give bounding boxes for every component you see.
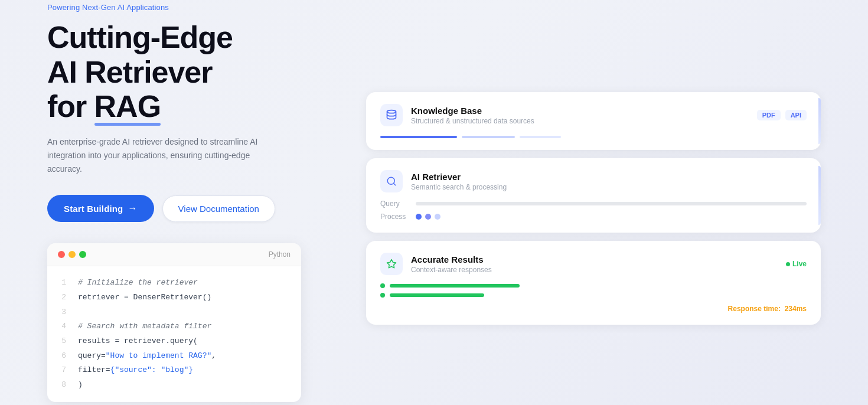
process-label: Process (380, 213, 410, 221)
dot-red (58, 251, 65, 258)
svg-line-2 (393, 183, 395, 185)
ar-card-header: AI Retriever Semantic search & processin… (380, 170, 807, 192)
headline-line3: for RAG (47, 89, 319, 123)
result-bar-2 (390, 293, 484, 297)
progress-bar-1 (380, 136, 457, 138)
knowledge-base-card: Knowledge Base Structured & unstructured… (366, 92, 821, 150)
acc-card-header: Accurate Results Context-aware responses… (380, 253, 807, 275)
code-header: Python (47, 243, 301, 266)
response-time: Response time: 234ms (380, 305, 807, 313)
code-line: 5 results = retriever.query( (58, 334, 291, 349)
code-line: 2 retriever = DenserRetriever() (58, 290, 291, 305)
progress-bar-2 (462, 136, 515, 138)
kb-subtitle: Structured & unstructured data sources (411, 117, 749, 125)
star-icon (380, 253, 403, 275)
acc-title: Accurate Results (411, 254, 778, 264)
badge-pdf: PDF (757, 110, 781, 120)
result-dot-1 (380, 283, 385, 288)
ar-title-group: AI Retriever Semantic search & processin… (411, 172, 807, 191)
progress-bar-3 (520, 136, 561, 138)
code-line: 1 # Initialize the retriever (58, 276, 291, 290)
kb-progress-bars (380, 136, 807, 138)
view-documentation-button[interactable]: View Documentation (162, 195, 275, 222)
right-section: Knowledge Base Structured & unstructured… (366, 80, 821, 325)
result-bars (380, 283, 807, 298)
code-line: 3 (58, 305, 291, 320)
rag-word: RAG (94, 89, 161, 123)
headline: Cutting-Edge AI Retriever for RAG (47, 20, 319, 123)
acc-subtitle: Context-aware responses (411, 266, 778, 274)
proc-dot-1 (416, 214, 422, 220)
response-value: 234ms (785, 305, 807, 313)
start-building-button[interactable]: Start Building → (47, 195, 154, 222)
ar-title: AI Retriever (411, 172, 807, 182)
kb-badge-group: PDF API (757, 110, 807, 120)
code-line: 4 # Search with metadata filter (58, 319, 291, 334)
code-body: 1 # Initialize the retriever 2 retriever… (47, 266, 301, 402)
result-bar-1 (390, 284, 520, 288)
code-card: Python 1 # Initialize the retriever 2 re… (47, 243, 301, 402)
headline-line1: Cutting-Edge (47, 20, 319, 54)
live-label: Live (792, 260, 807, 268)
button-row: Start Building → View Documentation (47, 195, 319, 222)
headline-for: for (47, 89, 94, 123)
dot-green (79, 251, 86, 258)
badge-api: API (785, 110, 807, 120)
accurate-results-card: Accurate Results Context-aware responses… (366, 241, 821, 325)
proc-dot-2 (425, 214, 431, 220)
svg-point-0 (387, 110, 396, 113)
kb-right-border (818, 98, 821, 144)
result-bar-row-1 (380, 283, 807, 288)
ar-subtitle: Semantic search & processing (411, 183, 807, 191)
acc-title-group: Accurate Results Context-aware responses (411, 254, 778, 274)
kb-card-header: Knowledge Base Structured & unstructured… (380, 104, 807, 126)
query-label: Query (380, 200, 410, 208)
ai-retriever-card: AI Retriever Semantic search & processin… (366, 158, 821, 233)
result-bar-row-2 (380, 293, 807, 298)
description: An enterprise-grade AI retriever designe… (47, 135, 278, 176)
kb-title-group: Knowledge Base Structured & unstructured… (411, 106, 749, 125)
code-line: 7 filter={"source": "blog"} (58, 363, 291, 378)
code-dots (58, 251, 86, 258)
ar-right-border (818, 166, 821, 226)
proc-dot-3 (435, 214, 440, 220)
svg-marker-3 (387, 260, 396, 268)
headline-line2: AI Retriever (47, 55, 319, 89)
arrow-icon: → (128, 203, 137, 214)
query-row: Query (380, 200, 807, 208)
search-icon (380, 170, 403, 192)
kb-title: Knowledge Base (411, 106, 749, 116)
view-docs-label: View Documentation (178, 204, 259, 214)
live-dot (786, 262, 790, 266)
code-line: 6 query="How to implement RAG?", (58, 349, 291, 364)
code-line: 8 ) (58, 378, 291, 393)
response-label: Response time: (728, 305, 781, 313)
start-building-label: Start Building (64, 204, 123, 214)
code-language: Python (269, 250, 291, 259)
live-badge: Live (786, 260, 807, 268)
query-bar (416, 202, 807, 205)
database-icon (380, 104, 403, 126)
tagline: Powering Next-Gen AI Applications (47, 3, 319, 12)
left-section: Powering Next-Gen AI Applications Cuttin… (47, 3, 319, 401)
rag-underline (94, 123, 161, 126)
dot-yellow (68, 251, 76, 258)
process-row: Process (380, 213, 807, 221)
process-dots (416, 214, 440, 220)
result-dot-2 (380, 293, 385, 298)
